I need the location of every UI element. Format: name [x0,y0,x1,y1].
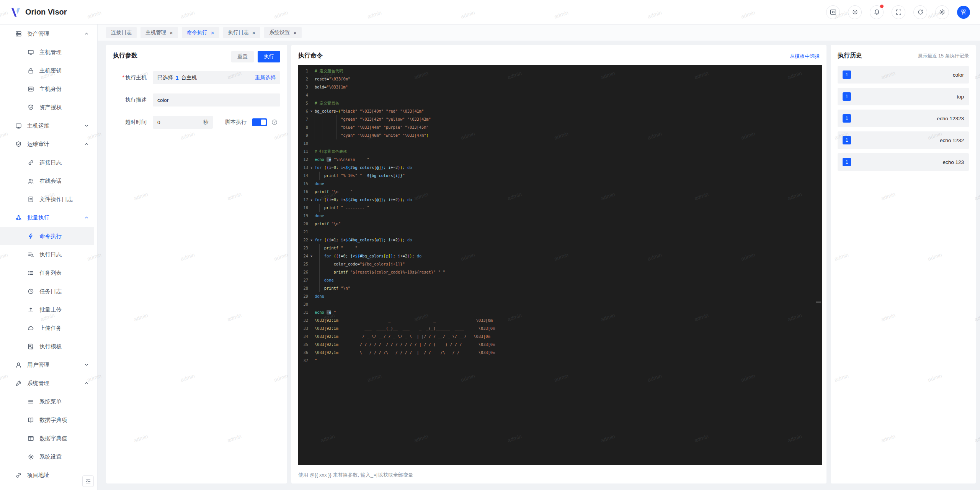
sidebar-item-exec-log[interactable]: 执行日志 [0,245,97,264]
sidebar-item-host-ops[interactable]: 主机运维 [0,116,97,135]
line-number: 19 [298,212,308,220]
sidebar-item-dict-values[interactable]: 数据字典值 [0,429,97,447]
fold-gutter [308,228,315,236]
history-item[interactable]: 1echo 1232 [838,131,969,149]
sidebar-item-label: 任务列表 [39,269,62,277]
help-icon[interactable] [271,119,278,125]
description-input[interactable]: color [153,93,280,107]
script-exec-toggle[interactable] [252,118,267,126]
line-number: 31 [298,308,308,316]
sidebar-item-asset-grant[interactable]: 资产授权 [0,98,97,116]
monitor-icon [28,49,34,56]
sidebar-item-label: 执行模板 [39,343,62,350]
close-tab-icon[interactable]: × [252,30,256,36]
sidebar-item-task-log[interactable]: 任务日志 [0,282,97,300]
collapse-sidebar-button[interactable] [82,475,94,487]
chevron-up-icon [84,31,89,36]
host-count-badge: 1 [843,114,851,123]
table-icon [28,435,34,442]
line-number: 16 [298,188,308,196]
sidebar-item-file-op-log[interactable]: 文件操作日志 [0,190,97,208]
code-editor[interactable]: 1# 定义颜色代码2reset="\033[0m"3bold="\033[1m"… [298,65,822,465]
sidebar-item-system-setting[interactable]: 系统设置 [0,447,97,466]
line-number: 32 [298,316,308,324]
tab-label: 主机管理 [145,29,166,36]
sidebar-item-batch-upload[interactable]: 批量上传 [0,300,97,319]
history-item[interactable]: 1echo 12323 [838,110,969,127]
sidebar-item-online-session[interactable]: 在线会话 [0,172,97,190]
reselect-hosts-link[interactable]: 重新选择 [255,74,276,81]
tab-command-exec[interactable]: 命令执行× [182,27,219,38]
sidebar-item-task-list[interactable]: 任务列表 [0,264,97,282]
host-selected-box[interactable]: 已选择 1 台主机 重新选择 [153,71,280,84]
history-item[interactable]: 1color [838,66,969,84]
sidebar-item-connect-log[interactable]: 连接日志 [0,153,97,172]
fold-chevron-icon[interactable]: ∨ [308,236,315,244]
list-icon [28,270,34,276]
timeout-input[interactable]: 0 秒 [153,116,213,129]
sidebar-item-host-management[interactable]: 主机管理 [0,43,97,61]
sidebar-item-user-management[interactable]: 用户管理 [0,356,97,374]
fold-gutter [308,276,315,284]
clock-icon [28,288,34,295]
history-item[interactable]: 1echo 123 [838,153,969,171]
sidebar-item-label: 批量执行 [27,214,49,221]
tab-host-management[interactable]: 主机管理× [140,27,178,38]
line-number: 9 [298,131,308,139]
code-line: 9 "cyan" "\033[46m" "white" "\033[47m") [298,131,822,139]
notification-button[interactable] [870,5,884,19]
code-terminal-button[interactable] [826,5,840,19]
sidebar-item-upload-task[interactable]: 上传任务 [0,319,97,337]
sidebar-item-command-exec[interactable]: 命令执行 [0,227,94,245]
line-number: 17 [298,196,308,204]
tab-connection-log[interactable]: 连接日志 [106,27,137,38]
run-button[interactable]: 执行 [258,51,280,62]
fold-chevron-icon[interactable]: ∨ [308,252,315,260]
history-item[interactable]: 1top [838,88,969,105]
code-line: 14 printf "%-10s" " ${bg_colors[i]}" [298,172,822,180]
sidebar-item-system-menu[interactable]: 系统菜单 [0,392,97,411]
description-row: 执行描述 color [113,93,280,107]
user-avatar[interactable]: 管 [957,6,970,19]
sidebar-item-label: 运维审计 [27,141,49,148]
code-line: 6∨bg_colors=("black" "\033[40m" "red" "\… [298,107,822,115]
sidebar-item-batch-exec[interactable]: 批量执行 [0,208,97,227]
timeout-label: 超时时间 [113,119,147,126]
fold-chevron-icon[interactable]: ∨ [308,164,315,172]
sidebar-item-host-identity[interactable]: 主机身份 [0,80,97,98]
close-tab-icon[interactable]: × [170,30,173,36]
tab-label: 连接日志 [111,29,132,36]
code-line: 2reset="\033[0m" [298,75,822,83]
sidebar-item-host-key[interactable]: 主机密钥 [0,61,97,80]
settings-button[interactable] [935,5,949,19]
select-from-template-link[interactable]: 从模板中选择 [790,53,820,60]
line-number: 3 [298,83,308,91]
reset-button[interactable]: 重置 [231,51,254,62]
sidebar-item-dict-keys[interactable]: 数据字典项 [0,411,97,429]
tab-exec-log[interactable]: 执行日志× [223,27,261,38]
fold-chevron-icon[interactable]: ∨ [308,107,315,115]
fold-chevron-icon[interactable]: ∨ [308,196,315,204]
settings-icon [939,9,946,15]
code-line: 8 "blue" "\033[44m" "purple" "\033[45m" [298,123,822,131]
close-tab-icon[interactable]: × [293,30,297,36]
sidebar-item-assets-management[interactable]: 资产管理 [0,25,97,43]
code-terminal-icon [830,9,836,15]
host-count-badge: 1 [843,70,851,79]
fold-gutter [308,99,315,107]
exec-command-title: 执行命令 [298,52,820,60]
code-line: 34\033[92;1m / _ \/ __/ / _ \/ _ \ | |/ … [298,333,822,341]
history-command: echo 1232 [940,138,964,143]
theme-button[interactable] [848,5,862,19]
sidebar-item-exec-template[interactable]: 执行模板 [0,337,97,356]
fullscreen-button[interactable] [892,5,905,19]
code-line: 20printf "\n" [298,220,822,228]
sidebar-item-ops-audit[interactable]: 运维审计 [0,135,97,153]
description-label: 执行描述 [113,97,147,103]
sidebar-item-label: 系统管理 [27,380,49,387]
refresh-button[interactable] [913,5,927,19]
tab-system-setting[interactable]: 系统设置× [264,27,302,38]
timeout-value: 0 [157,120,160,125]
sidebar-item-system-management[interactable]: 系统管理 [0,374,97,392]
close-tab-icon[interactable]: × [211,30,214,36]
